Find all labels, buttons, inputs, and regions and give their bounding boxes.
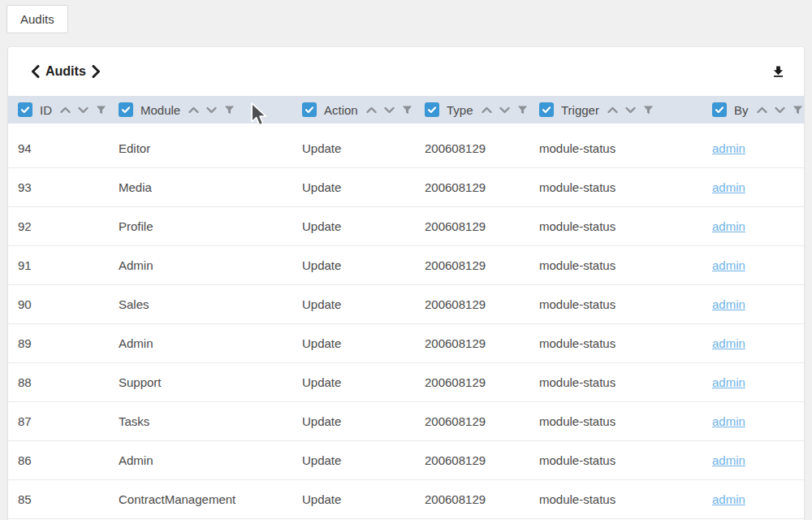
cell-type: 200608129 [425,336,539,350]
user-link[interactable]: admin [712,336,745,350]
cell-action: Update [302,492,425,506]
cell-by: admin [712,258,794,272]
table-row: 93MediaUpdate200608129module-statusadmin [8,168,804,207]
column-label: ID [40,103,52,117]
user-link[interactable]: admin [712,180,745,194]
cell-trigger: module-status [539,258,712,272]
user-link[interactable]: admin [712,375,745,389]
cell-by: admin [712,180,794,194]
sort-desc-icon[interactable] [78,106,89,114]
sort-desc-icon[interactable] [625,106,636,114]
download-icon[interactable] [769,63,788,81]
user-link[interactable]: admin [712,219,745,233]
cell-type: 200608129 [425,141,539,155]
cell-trigger: module-status [539,180,712,194]
sort-asc-icon[interactable] [366,106,377,114]
filter-icon[interactable] [643,105,654,115]
column-checkbox[interactable] [425,102,439,117]
audits-card: Audits ID Module [8,47,804,520]
sort-desc-icon[interactable] [499,106,510,114]
column-checkbox[interactable] [302,102,317,117]
cell-action: Update [302,141,425,155]
cell-type: 200608129 [425,297,539,311]
filter-icon[interactable] [402,105,412,115]
table-row: 94EditorUpdate200608129module-statusadmi… [8,129,804,168]
cell-id: 85 [18,492,119,506]
cell-by: admin [712,336,794,350]
cell-action: Update [302,297,425,311]
user-link[interactable]: admin [712,141,745,155]
table-row: 87TasksUpdate200608129module-statusadmin [8,402,804,441]
user-link[interactable]: admin [712,297,745,311]
column-checkbox[interactable] [712,102,727,117]
cell-action: Update [302,453,425,467]
sort-desc-icon[interactable] [384,106,395,114]
column-header-id: ID [18,102,119,117]
sort-desc-icon[interactable] [775,106,785,114]
sort-asc-icon[interactable] [60,106,71,114]
cell-trigger: module-status [539,453,712,467]
sort-asc-icon[interactable] [188,106,199,114]
cell-type: 200608129 [425,414,539,428]
filter-icon[interactable] [96,105,106,115]
column-header-by: By [712,102,803,117]
table-row: 85ContractManagementUpdate200608129modul… [8,480,804,519]
cell-type: 200608129 [425,375,539,389]
sort-asc-icon[interactable] [482,106,492,114]
cell-id: 87 [18,414,119,428]
cell-module: Sales [119,297,302,311]
filter-icon[interactable] [517,105,528,115]
cell-by: admin [712,297,794,311]
cell-module: Media [119,180,302,194]
table-header-row: ID Module Action [8,96,804,124]
cell-trigger: module-status [539,141,712,155]
table-row: 88SupportUpdate200608129module-statusadm… [8,363,804,402]
column-label: Trigger [561,103,599,117]
column-header-type: Type [425,102,539,117]
cell-id: 86 [18,453,119,467]
filter-icon[interactable] [224,105,235,115]
cell-trigger: module-status [539,297,712,311]
page-title: Audits [45,64,86,79]
column-header-trigger: Trigger [539,102,712,117]
sort-asc-icon[interactable] [607,106,618,114]
card-header: Audits [8,47,804,96]
cell-id: 91 [18,258,119,272]
column-checkbox[interactable] [119,102,133,117]
cell-type: 200608129 [425,180,539,194]
column-label: Action [324,103,358,117]
column-label: Module [140,103,180,117]
table-row: 90SalesUpdate200608129module-statusadmin [8,285,804,324]
cell-by: admin [712,453,794,467]
cell-action: Update [302,219,425,233]
tab-audits[interactable]: Audits [6,5,68,33]
cell-id: 89 [18,336,119,350]
chevron-left-icon[interactable] [31,65,40,78]
cell-module: Admin [119,336,302,350]
cell-module: Admin [119,453,302,467]
chevron-right-icon[interactable] [92,65,101,78]
cell-action: Update [302,336,425,350]
table-row: 86AdminUpdate200608129module-statusadmin [8,441,804,480]
filter-icon[interactable] [793,105,803,115]
column-checkbox[interactable] [18,102,32,117]
cell-by: admin [712,414,794,428]
column-label: Type [447,103,473,117]
cell-type: 200608129 [425,219,539,233]
cell-type: 200608129 [425,492,539,506]
cell-action: Update [302,414,425,428]
sort-asc-icon[interactable] [757,106,767,114]
sort-desc-icon[interactable] [206,106,217,114]
column-checkbox[interactable] [539,102,554,117]
column-header-module: Module [119,102,302,117]
table-row: 91AdminUpdate200608129module-statusadmin [8,246,804,285]
user-link[interactable]: admin [712,258,745,272]
cell-trigger: module-status [539,375,712,389]
column-label: By [734,103,749,117]
cell-id: 92 [18,219,119,233]
user-link[interactable]: admin [712,492,745,506]
column-header-action: Action [302,102,425,117]
user-link[interactable]: admin [712,414,745,428]
user-link[interactable]: admin [712,453,745,467]
tab-audits-label: Audits [20,12,54,26]
